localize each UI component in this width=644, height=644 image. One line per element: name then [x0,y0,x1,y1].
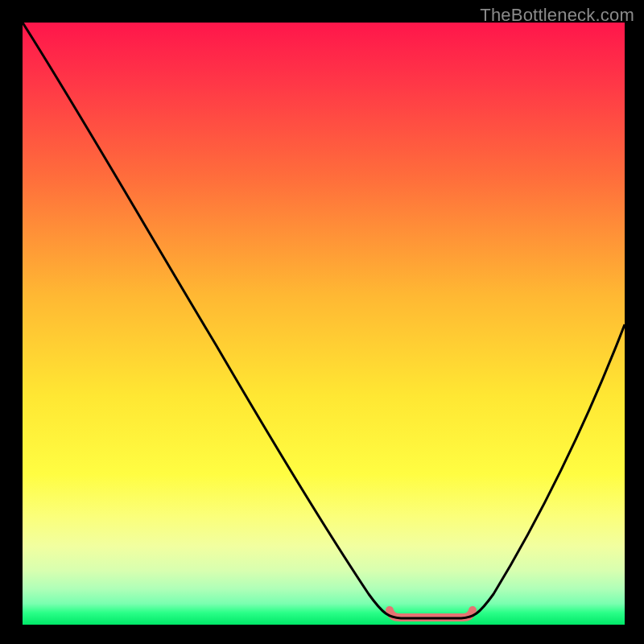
valley-marker [390,610,473,617]
plot-area [23,23,625,625]
chart-frame: TheBottleneck.com [0,0,644,644]
bottleneck-curve-line [23,23,625,618]
curve-svg [23,23,625,625]
